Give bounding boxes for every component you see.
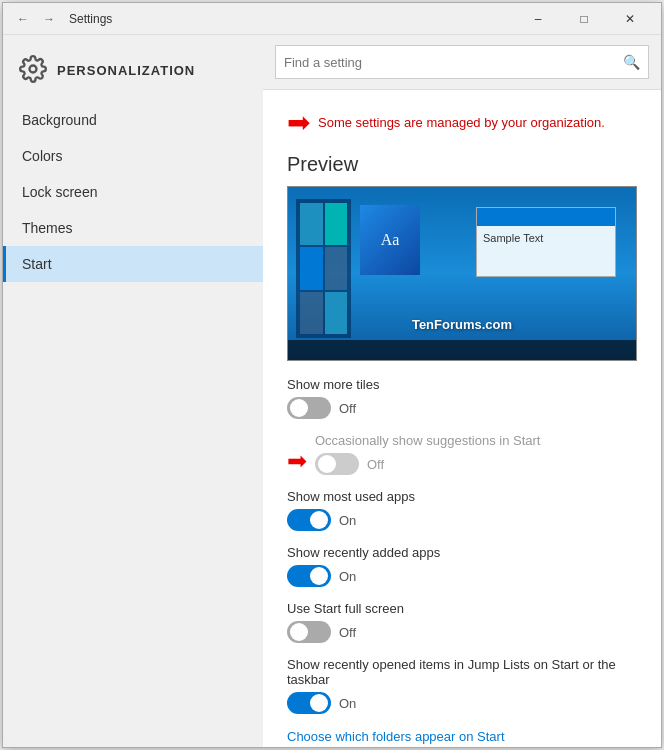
settings-window: ← → Settings – □ ✕ PERSONALIZATION xyxy=(2,2,662,748)
back-button[interactable]: ← xyxy=(11,7,35,31)
main-content: ➡ Some settings are managed by your orga… xyxy=(263,90,661,747)
toggle-row-most-used: Show most used apps On xyxy=(287,489,637,531)
toggle-state-full-screen: Off xyxy=(339,625,356,640)
svg-point-0 xyxy=(30,66,37,73)
main-panel: 🔍 ➡ Some settings are managed by your or… xyxy=(263,35,661,747)
forward-button[interactable]: → xyxy=(37,7,61,31)
search-input[interactable] xyxy=(284,55,623,70)
preview-tile-1 xyxy=(300,203,323,245)
preview-tile-row-2 xyxy=(300,247,347,289)
toggle-label-suggestions: Occasionally show suggestions in Start xyxy=(315,433,637,448)
preview-watermark: TenForums.com xyxy=(288,317,636,332)
toggle-state-suggestions: Off xyxy=(367,457,384,472)
toggle-label-full-screen: Use Start full screen xyxy=(287,601,637,616)
preview-tile-3 xyxy=(300,247,323,289)
sidebar-nav: Background Colors Lock screen Themes Sta… xyxy=(3,102,263,282)
toggle-state-recently-added: On xyxy=(339,569,356,584)
sidebar-item-background[interactable]: Background xyxy=(3,102,263,138)
preview-tile-4 xyxy=(325,247,348,289)
preview-window-body: Sample Text xyxy=(477,226,615,250)
toggle-thumb-recently-added xyxy=(310,567,328,585)
sidebar: PERSONALIZATION Background Colors Lock s… xyxy=(3,35,263,747)
gear-icon xyxy=(19,55,47,86)
toggle-most-used[interactable] xyxy=(287,509,331,531)
toggle-state-most-used: On xyxy=(339,513,356,528)
toggle-label-most-used: Show most used apps xyxy=(287,489,637,504)
toggle-label-recently-added: Show recently added apps xyxy=(287,545,637,560)
toggle-row-suggestions: Occasionally show suggestions in Start O… xyxy=(315,433,637,475)
toggle-suggestions[interactable] xyxy=(315,453,359,475)
preview-window-titlebar xyxy=(477,208,615,226)
arrow-right-icon: ➡ xyxy=(287,106,310,139)
close-button[interactable]: ✕ xyxy=(607,3,653,35)
toggle-more-tiles[interactable] xyxy=(287,397,331,419)
arrow-suggestions-icon: ➡ xyxy=(287,447,307,475)
toggle-control-jump-lists: On xyxy=(287,692,637,714)
sidebar-header: PERSONALIZATION xyxy=(3,47,263,102)
toggle-control-suggestions: Off xyxy=(315,453,637,475)
toggle-row-jump-lists: Show recently opened items in Jump Lists… xyxy=(287,657,637,714)
choose-folders-link[interactable]: Choose which folders appear on Start xyxy=(287,729,505,744)
sidebar-item-themes[interactable]: Themes xyxy=(3,210,263,246)
toggle-full-screen[interactable] xyxy=(287,621,331,643)
toggle-recently-added[interactable] xyxy=(287,565,331,587)
toggle-thumb-jump-lists xyxy=(310,694,328,712)
nav-buttons: ← → xyxy=(11,7,61,31)
aa-label: Aa xyxy=(381,231,400,249)
toggle-thumb-most-used xyxy=(310,511,328,529)
preview-tile-row-1 xyxy=(300,203,347,245)
section-title: Preview xyxy=(287,153,637,176)
sample-text: Sample Text xyxy=(483,232,543,244)
maximize-button[interactable]: □ xyxy=(561,3,607,35)
sidebar-section-title: PERSONALIZATION xyxy=(57,63,195,78)
search-icon: 🔍 xyxy=(623,54,640,70)
toggle-control-recently-added: On xyxy=(287,565,637,587)
preview-box: Aa Sample Text TenForums.com xyxy=(287,186,637,361)
search-input-wrap[interactable]: 🔍 xyxy=(275,45,649,79)
org-notice: ➡ Some settings are managed by your orga… xyxy=(287,106,637,139)
preview-taskbar xyxy=(288,340,636,360)
toggle-thumb-full-screen xyxy=(290,623,308,641)
toggle-row-full-screen: Use Start full screen Off xyxy=(287,601,637,643)
toggle-row-recently-added: Show recently added apps On xyxy=(287,545,637,587)
sidebar-item-colors[interactable]: Colors xyxy=(3,138,263,174)
toggle-label-jump-lists: Show recently opened items in Jump Lists… xyxy=(287,657,637,687)
preview-window: Sample Text xyxy=(476,207,616,277)
content-area: PERSONALIZATION Background Colors Lock s… xyxy=(3,35,661,747)
toggle-row-more-tiles: Show more tiles Off xyxy=(287,377,637,419)
toggle-control-full-screen: Off xyxy=(287,621,637,643)
window-title: Settings xyxy=(69,12,515,26)
toggle-state-jump-lists: On xyxy=(339,696,356,711)
preview-tile-2 xyxy=(325,203,348,245)
preview-desktop-icon: Aa xyxy=(360,205,420,275)
suggestions-row-wrapper: ➡ Occasionally show suggestions in Start… xyxy=(287,433,637,489)
toggle-thumb-more-tiles xyxy=(290,399,308,417)
toggle-control-more-tiles: Off xyxy=(287,397,637,419)
sidebar-item-start[interactable]: Start xyxy=(3,246,263,282)
toggle-jump-lists[interactable] xyxy=(287,692,331,714)
titlebar: ← → Settings – □ ✕ xyxy=(3,3,661,35)
toggle-label-more-tiles: Show more tiles xyxy=(287,377,637,392)
window-controls: – □ ✕ xyxy=(515,3,653,35)
search-bar: 🔍 xyxy=(263,35,661,90)
toggle-thumb-suggestions xyxy=(318,455,336,473)
minimize-button[interactable]: – xyxy=(515,3,561,35)
toggle-state-more-tiles: Off xyxy=(339,401,356,416)
toggle-control-most-used: On xyxy=(287,509,637,531)
sidebar-item-lock-screen[interactable]: Lock screen xyxy=(3,174,263,210)
org-notice-text: Some settings are managed by your organi… xyxy=(318,115,605,130)
